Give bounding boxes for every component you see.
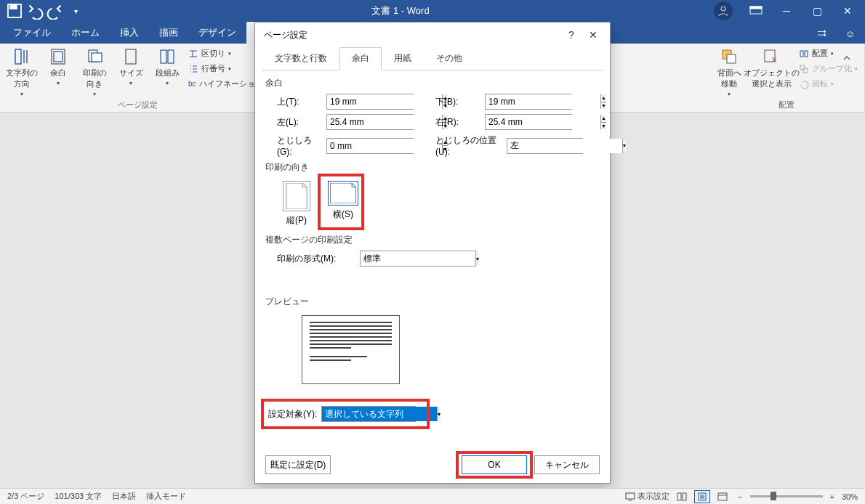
- gutter-input[interactable]: ▲▼: [326, 138, 414, 154]
- svg-rect-9: [92, 53, 102, 62]
- page-setup-dialog: ページ設定 ? ✕ 文字数と行数 余白 用紙 その他 余白 上(T): ▲▼ 下…: [254, 22, 611, 484]
- svg-point-2: [721, 7, 725, 11]
- svg-rect-22: [683, 493, 686, 500]
- view-read-mode[interactable]: [674, 490, 690, 503]
- chevron-down-icon: ▾: [622, 139, 626, 153]
- svg-rect-12: [168, 50, 174, 63]
- zoom-level[interactable]: 30%: [842, 492, 858, 501]
- window-title: 文書 1 - Word: [90, 4, 711, 17]
- margin-right-input[interactable]: ▲▼: [485, 114, 572, 130]
- svg-rect-20: [626, 493, 635, 499]
- minimize-button[interactable]: ─: [772, 0, 801, 22]
- dialog-help-button[interactable]: ?: [560, 24, 582, 46]
- gutter-label: とじしろ(G):: [265, 134, 323, 157]
- svg-rect-16: [800, 51, 803, 57]
- tab-file[interactable]: ファイル: [3, 22, 61, 44]
- size-button[interactable]: サイズ▾: [113, 46, 148, 86]
- svg-rect-24: [718, 493, 727, 500]
- maximize-button[interactable]: ▢: [802, 0, 832, 22]
- selection-pane-button[interactable]: オブジェクトの 選択と表示: [747, 46, 795, 89]
- redo-icon[interactable]: [47, 2, 64, 20]
- preview-thumbnail: [302, 315, 400, 384]
- group-page-setup-label: ページ設定: [4, 98, 271, 112]
- send-backward-button[interactable]: 背面へ 移動▾: [712, 46, 746, 97]
- feedback-icon[interactable]: ☺: [838, 24, 862, 44]
- svg-rect-5: [15, 49, 21, 64]
- dialog-tab-margins[interactable]: 余白: [339, 47, 382, 70]
- margin-top-input[interactable]: ▲▼: [326, 94, 414, 110]
- zoom-out-button[interactable]: −: [735, 492, 745, 501]
- status-language[interactable]: 日本語: [112, 491, 136, 502]
- ribbon-collapse-icon[interactable]: [842, 53, 852, 66]
- text-direction-button[interactable]: 文字列の 方向▾: [4, 46, 39, 97]
- margin-left-label: 左(L):: [265, 116, 323, 129]
- svg-rect-10: [126, 49, 136, 64]
- zoom-in-button[interactable]: +: [827, 492, 837, 501]
- group-arrange-label: 配置: [712, 98, 860, 112]
- orientation-button[interactable]: 印刷の 向き▾: [77, 46, 112, 97]
- share-icon[interactable]: ⮆: [810, 24, 834, 44]
- print-format-combo[interactable]: ▾: [360, 251, 476, 267]
- view-web-layout[interactable]: [715, 490, 731, 503]
- title-bar: ▾ 文書 1 - Word ─ ▢ ✕: [0, 0, 865, 22]
- section-multipage-label: 複数ページの印刷設定: [265, 234, 600, 246]
- cancel-button[interactable]: キャンセル: [534, 455, 600, 474]
- tab-home[interactable]: ホーム: [61, 22, 110, 44]
- margin-bottom-label: 下(B):: [417, 96, 482, 108]
- margin-right-label: 右(R):: [417, 116, 482, 129]
- user-avatar[interactable]: [714, 1, 733, 20]
- gutter-pos-combo[interactable]: ▾: [507, 138, 583, 154]
- gutter-pos-label: とじしろの位置(U):: [417, 134, 504, 157]
- svg-rect-19: [803, 68, 808, 73]
- dialog-close-button[interactable]: ✕: [582, 24, 604, 46]
- undo-icon[interactable]: [26, 2, 44, 20]
- status-insert-mode[interactable]: 挿入モード: [146, 491, 186, 502]
- margin-left-input[interactable]: ▲▼: [326, 114, 414, 130]
- rotate-button[interactable]: 回転▾: [797, 78, 860, 90]
- dialog-tab-paper[interactable]: 用紙: [382, 47, 424, 70]
- svg-rect-1: [10, 4, 17, 9]
- tab-insert[interactable]: 挿入: [110, 22, 149, 44]
- section-margins-label: 余白: [265, 77, 600, 89]
- svg-rect-18: [800, 65, 805, 70]
- status-words[interactable]: 101/303 文字: [55, 491, 102, 502]
- zoom-slider[interactable]: [750, 495, 823, 497]
- view-print-layout[interactable]: [694, 490, 710, 503]
- qat-customize-icon[interactable]: ▾: [67, 2, 84, 20]
- close-button[interactable]: ✕: [833, 0, 862, 22]
- columns-button[interactable]: 段組み▾: [150, 46, 185, 86]
- ribbon-display-options-icon[interactable]: [741, 0, 771, 22]
- display-settings-button[interactable]: 表示設定: [625, 491, 669, 502]
- svg-rect-21: [677, 493, 681, 500]
- svg-rect-17: [805, 51, 808, 57]
- svg-rect-11: [161, 50, 166, 63]
- set-default-button[interactable]: 既定に設定(D): [265, 455, 331, 474]
- dialog-tab-other[interactable]: その他: [424, 47, 475, 70]
- section-preview-label: プレビュー: [265, 296, 600, 308]
- tab-draw[interactable]: 描画: [149, 22, 188, 44]
- margin-top-label: 上(T):: [265, 96, 323, 108]
- section-orientation-label: 印刷の向き: [265, 161, 600, 174]
- orientation-landscape[interactable]: 横(S): [325, 178, 361, 229]
- dialog-tab-chars-lines[interactable]: 文字数と行数: [262, 47, 339, 70]
- print-format-label: 印刷の形式(M):: [277, 253, 353, 265]
- tab-design[interactable]: デザイン: [188, 22, 246, 44]
- save-icon[interactable]: [6, 2, 23, 20]
- svg-rect-14: [727, 54, 736, 63]
- margin-bottom-input[interactable]: ▲▼: [485, 94, 572, 110]
- margins-button[interactable]: 余白▾: [41, 46, 76, 86]
- svg-rect-7: [54, 52, 63, 62]
- dialog-title: ページ設定: [264, 29, 307, 41]
- status-page[interactable]: 2/3 ページ: [7, 491, 44, 502]
- svg-rect-4: [750, 7, 762, 9]
- status-bar: 2/3 ページ 101/303 文字 日本語 挿入モード 表示設定 − + 30…: [0, 488, 865, 504]
- orientation-portrait[interactable]: 縦(P): [280, 178, 313, 229]
